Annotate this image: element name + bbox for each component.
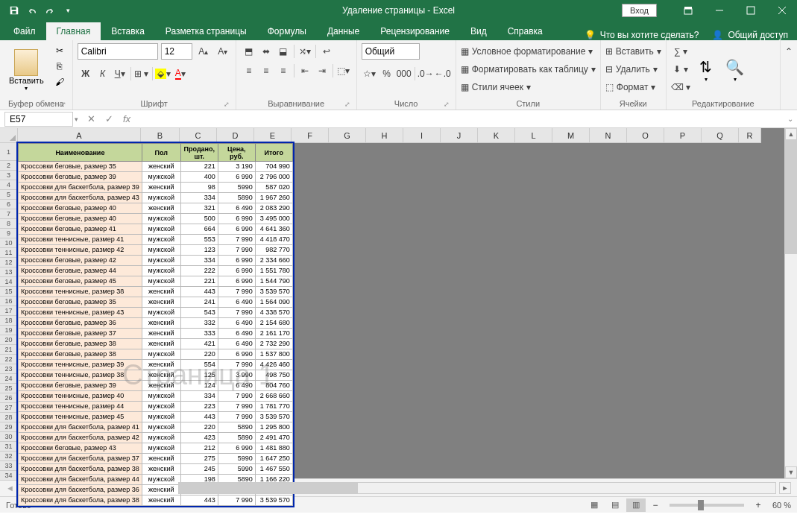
sort-filter-button[interactable]: ⇅▾	[695, 43, 716, 98]
number-format-select[interactable]	[362, 43, 420, 60]
cell[interactable]: Кроссовки беговые, размер 37	[19, 329, 142, 339]
format-as-table-button[interactable]: ▦Форматировать как таблицу ▾	[461, 61, 596, 77]
cell[interactable]: Кроссовки беговые, размер 42	[19, 256, 142, 266]
cell[interactable]: 6 990	[218, 443, 255, 454]
horizontal-scrollbar[interactable]	[178, 482, 776, 494]
cell[interactable]: 334	[180, 391, 218, 402]
cell[interactable]: 5990	[218, 464, 255, 475]
copy-icon[interactable]: ⎘	[51, 59, 68, 74]
row-header[interactable]: 21	[0, 345, 18, 355]
row-header[interactable]: 34	[0, 471, 18, 481]
cell[interactable]: 6 990	[218, 349, 255, 360]
cell[interactable]: 1 481 880	[255, 443, 292, 454]
col-header-A[interactable]: A	[18, 128, 141, 143]
cell[interactable]: 1 537 800	[255, 349, 292, 360]
scroll-right-icon[interactable]: ►	[779, 482, 791, 494]
zoom-level[interactable]: 60 %	[772, 501, 791, 510]
cell[interactable]: Кроссовки беговые, размер 45	[19, 276, 142, 287]
cell[interactable]: Кроссовки беговые, размер 36	[19, 318, 142, 329]
row-header[interactable]: 29	[0, 422, 18, 432]
clear-button[interactable]: ⌫ ▾	[671, 79, 690, 95]
cell[interactable]: 221	[180, 162, 218, 172]
cell[interactable]: женский	[142, 495, 180, 506]
row-header[interactable]: 5	[0, 190, 18, 200]
find-select-button[interactable]: 🔍▾	[721, 43, 749, 98]
tab-file[interactable]: Файл	[3, 22, 46, 40]
borders-button[interactable]: ⊞ ▾	[133, 66, 150, 82]
cell[interactable]: 2 083 290	[255, 203, 292, 214]
cell[interactable]: 3 539 570	[255, 412, 292, 422]
row-header[interactable]: 22	[0, 355, 18, 364]
cell[interactable]: мужской	[142, 475, 180, 485]
cell[interactable]: 3 990	[218, 370, 255, 381]
cell[interactable]: 6 490	[218, 203, 255, 214]
cell[interactable]: 2 154 680	[255, 318, 292, 329]
cell[interactable]: 6 990	[218, 224, 255, 235]
cell[interactable]: 664	[180, 224, 218, 235]
cell[interactable]: 334	[180, 256, 218, 266]
row-header[interactable]: 19	[0, 326, 18, 335]
cell[interactable]: 220	[180, 349, 218, 360]
cell[interactable]: Кроссовки беговые, размер 40	[19, 214, 142, 224]
table-row[interactable]: Кроссовки теннисные, размер 43мужской543…	[19, 308, 293, 318]
cell[interactable]: 7 990	[218, 245, 255, 256]
cell[interactable]: Кроссовки беговые, размер 43	[19, 443, 142, 454]
table-row[interactable]: Кроссовки для баскетбола, размер 38женск…	[19, 495, 293, 506]
save-icon[interactable]	[6, 2, 22, 19]
cell[interactable]: 3 539 570	[255, 287, 292, 297]
maximize-icon[interactable]	[736, 0, 766, 21]
table-row[interactable]: Кроссовки теннисные, размер 44мужской223…	[19, 402, 293, 412]
table-row[interactable]: Кроссовки беговые, размер 43мужской2126 …	[19, 443, 293, 454]
cell[interactable]: женский	[142, 454, 180, 464]
zoom-slider[interactable]	[670, 504, 744, 507]
cell[interactable]: 7 990	[218, 287, 255, 297]
cell[interactable]: 2 161 170	[255, 329, 292, 339]
decrease-indent-icon[interactable]: ⇤	[297, 63, 313, 79]
row-header[interactable]: 9	[0, 229, 18, 238]
cell[interactable]: Кроссовки беговые, размер 38	[19, 349, 142, 360]
cut-icon[interactable]: ✂	[51, 43, 68, 58]
signin-button[interactable]: Вход	[622, 4, 657, 17]
alignment-launcher-icon[interactable]: ⤢	[344, 101, 350, 108]
cell[interactable]: 7 990	[218, 235, 255, 245]
formula-input[interactable]	[139, 112, 784, 127]
cell[interactable]: женский	[142, 464, 180, 475]
scroll-down-icon[interactable]: ▼	[785, 466, 797, 478]
cell[interactable]: мужской	[142, 214, 180, 224]
cell[interactable]: 6 490	[218, 381, 255, 391]
cell[interactable]: 7 990	[218, 402, 255, 412]
delete-cells-button[interactable]: ⊟Удалить ▾	[605, 61, 661, 77]
table-row[interactable]: Кроссовки теннисные, размер 40мужской334…	[19, 391, 293, 402]
cell[interactable]: 5990	[218, 454, 255, 464]
cell[interactable]: Кроссовки для баскетбола, размер 42	[19, 433, 142, 443]
spreadsheet-grid[interactable]: ABCDEFGHIJKLMNOPQR 123456789101112131415…	[0, 128, 797, 478]
tab-review[interactable]: Рецензирование	[370, 22, 460, 40]
row-header[interactable]: 20	[0, 335, 18, 345]
row-header[interactable]: 2	[0, 161, 18, 171]
cell[interactable]: 212	[180, 443, 218, 454]
cell[interactable]: 6 490	[218, 318, 255, 329]
tab-insert[interactable]: Вставка	[101, 22, 155, 40]
align-bottom-icon[interactable]: ⬓	[275, 43, 292, 60]
decrease-font-icon[interactable]: A▾	[215, 43, 231, 60]
cell[interactable]: 1 551 780	[255, 266, 292, 276]
cell[interactable]: 6 990	[218, 214, 255, 224]
cell[interactable]: 245	[180, 464, 218, 475]
col-header-Q[interactable]: Q	[702, 128, 739, 143]
cell[interactable]: 1 544 790	[255, 276, 292, 287]
cell[interactable]: 421	[180, 339, 218, 349]
row-header[interactable]: 32	[0, 452, 18, 461]
minimize-icon[interactable]	[705, 0, 734, 21]
cell[interactable]: женский	[142, 318, 180, 329]
table-row[interactable]: Кроссовки беговые, размер 36женский3326 …	[19, 318, 293, 329]
table-row[interactable]: Кроссовки беговые, размер 35женский2213 …	[19, 162, 293, 172]
align-right-icon[interactable]: ≡	[275, 63, 292, 79]
cell[interactable]: 222	[180, 266, 218, 276]
cell[interactable]: женский	[142, 162, 180, 172]
row-header[interactable]: 26	[0, 393, 18, 403]
cell[interactable]: Кроссовки для баскетбола, размер 39	[19, 183, 142, 193]
col-header-G[interactable]: G	[329, 128, 366, 143]
row-header[interactable]: 7	[0, 209, 18, 219]
cell[interactable]: 1 467 550	[255, 464, 292, 475]
wrap-text-icon[interactable]: ↩	[318, 43, 335, 60]
